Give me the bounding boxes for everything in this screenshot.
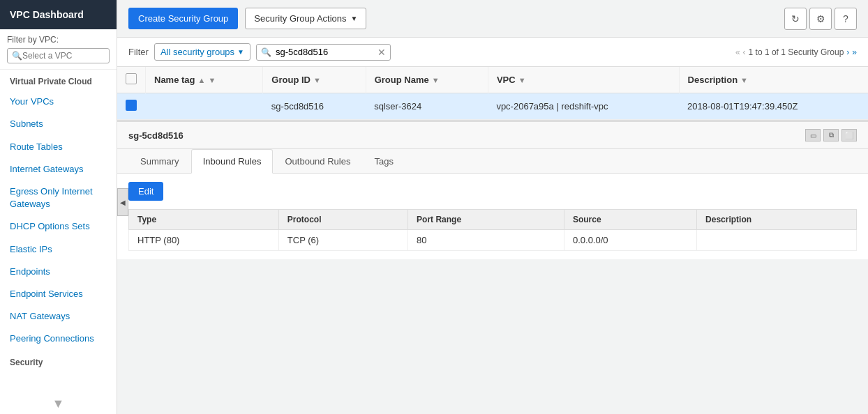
row-checkbox-cell[interactable] [117, 93, 146, 120]
sidebar-item-elastic-ips[interactable]: Elastic IPs [0, 238, 117, 261]
pagination-prev-icon[interactable]: ‹ [743, 47, 746, 57]
actions-label: Security Group Actions [254, 13, 346, 24]
topbar: Create Security Group Security Group Act… [117, 0, 868, 38]
vpc-search-input[interactable] [22, 51, 105, 61]
col-description[interactable]: Description ▼ [679, 67, 868, 93]
inbound-row-description [697, 230, 857, 251]
sidebar-item-your-vpcs[interactable]: Your VPCs [0, 91, 117, 113]
sidebar-item-internet-gateways[interactable]: Internet Gateways [0, 158, 117, 181]
refresh-button[interactable]: ↻ [784, 8, 807, 30]
name-tag-filter-icon[interactable]: ▼ [208, 76, 216, 84]
search-magnifier-icon: 🔍 [261, 47, 271, 57]
tab-tags[interactable]: Tags [362, 149, 405, 174]
sidebar-nav: Your VPCs Subnets Route Tables Internet … [0, 91, 117, 394]
pagination-next-icon[interactable]: › [846, 47, 849, 57]
detail-icon-collapse[interactable]: ⬜ [841, 129, 857, 141]
sidebar-filter-section: Filter by VPC: 🔍 [0, 29, 117, 70]
select-all-checkbox[interactable] [126, 73, 137, 84]
search-input[interactable] [276, 47, 373, 57]
filter-dropdown-value: All security groups [160, 47, 234, 57]
sidebar-scroll-down[interactable]: ▼ [0, 394, 117, 414]
inbound-row-type: HTTP (80) [129, 230, 279, 251]
col-name-tag[interactable]: Name tag ▲ ▼ [146, 67, 263, 93]
sidebar-item-endpoint-services[interactable]: Endpoint Services [0, 283, 117, 305]
help-button[interactable]: ? [835, 8, 857, 30]
detail-icon-expand[interactable]: ▭ [805, 129, 821, 141]
pagination-last-icon[interactable]: » [852, 47, 857, 57]
sidebar-security-header: Security [0, 350, 117, 374]
inbound-row-protocol: TCP (6) [278, 230, 407, 251]
edit-button[interactable]: Edit [128, 182, 163, 201]
tab-summary[interactable]: Summary [128, 149, 191, 174]
pagination-text: 1 to 1 of 1 Security Group [749, 47, 844, 57]
inbound-col-source: Source [564, 210, 696, 230]
tab-inbound-rules[interactable]: Inbound Rules [191, 149, 274, 174]
table-row[interactable]: sg-5cd8d516 sqlser-3624 vpc-2067a95a | r… [117, 93, 868, 120]
filter-bar: Filter All security groups ▼ 🔍 ✕ « ‹ 1 t… [117, 38, 868, 67]
row-vpc: vpc-2067a95a | redshift-vpc [488, 93, 679, 120]
col-group-id-label: Group ID [271, 75, 310, 85]
filter-dropdown-icon: ▼ [237, 48, 244, 56]
col-vpc[interactable]: VPC ▼ [488, 67, 679, 93]
search-clear-icon[interactable]: ✕ [377, 47, 386, 58]
col-group-name[interactable]: Group Name ▼ [366, 67, 488, 93]
refresh-icon: ↻ [791, 13, 800, 24]
filter-text-label: Filter [128, 47, 149, 57]
search-box[interactable]: 🔍 ✕ [256, 44, 391, 61]
row-checkbox[interactable] [126, 100, 137, 111]
inbound-row-port-range: 80 [408, 230, 564, 251]
inbound-col-protocol: Protocol [278, 210, 407, 230]
pagination-info: « ‹ 1 to 1 of 1 Security Group › » [735, 47, 857, 57]
description-filter-icon[interactable]: ▼ [740, 76, 748, 84]
table-select-all-header[interactable] [117, 67, 146, 93]
col-name-tag-label: Name tag [154, 75, 195, 85]
inbound-col-description: Description [697, 210, 857, 230]
group-name-filter-icon[interactable]: ▼ [432, 76, 440, 84]
main-content: Create Security Group Security Group Act… [117, 0, 868, 414]
detail-tabs: Summary Inbound Rules Outbound Rules Tag… [117, 149, 868, 174]
help-icon: ? [843, 13, 848, 24]
sidebar-collapse-handle[interactable]: ◀ [117, 188, 128, 216]
detail-icons: ▭ ⧉ ⬜ [805, 129, 857, 141]
pagination-first-icon[interactable]: « [735, 47, 740, 57]
filter-dropdown[interactable]: All security groups ▼ [154, 43, 250, 61]
col-group-id[interactable]: Group ID ▼ [263, 67, 366, 93]
inbound-rule-row: HTTP (80) TCP (6) 80 0.0.0.0/0 [129, 230, 857, 251]
sidebar-item-subnets[interactable]: Subnets [0, 113, 117, 135]
topbar-left: Create Security Group Security Group Act… [128, 8, 366, 29]
vpc-search-box[interactable]: 🔍 [7, 48, 110, 63]
row-group-id: sg-5cd8d516 [263, 93, 366, 120]
col-description-label: Description [688, 75, 738, 85]
sidebar-item-dhcp-options[interactable]: DHCP Options Sets [0, 215, 117, 238]
inbound-row-source: 0.0.0.0/0 [564, 230, 696, 251]
detail-title: sg-5cd8d516 [128, 130, 184, 141]
security-group-actions-button[interactable]: Security Group Actions ▼ [245, 8, 366, 29]
settings-button[interactable]: ⚙ [809, 8, 832, 30]
security-groups-table: Name tag ▲ ▼ Group ID ▼ [117, 67, 868, 120]
sidebar-section-header: Virtual Private Cloud [0, 70, 117, 91]
settings-icon: ⚙ [816, 13, 825, 24]
filter-by-vpc-label: Filter by VPC: [7, 35, 110, 45]
security-groups-table-container: Name tag ▲ ▼ Group ID ▼ [117, 67, 868, 121]
search-icon: 🔍 [12, 51, 22, 61]
topbar-right: ↻ ⚙ ? [784, 8, 857, 30]
detail-panel: sg-5cd8d516 ▭ ⧉ ⬜ Summary Inbound Rules … [117, 121, 868, 259]
sidebar-item-nat-gateways[interactable]: NAT Gateways [0, 305, 117, 328]
sidebar-item-peering-connections[interactable]: Peering Connections [0, 328, 117, 350]
vpc-filter-icon[interactable]: ▼ [518, 76, 526, 84]
create-security-group-button[interactable]: Create Security Group [128, 8, 238, 29]
group-id-filter-icon[interactable]: ▼ [313, 76, 321, 84]
sidebar-item-egress-gateways[interactable]: Egress Only Internet Gateways [0, 181, 117, 215]
sidebar-title: VPC Dashboard [0, 0, 117, 29]
sidebar-item-route-tables[interactable]: Route Tables [0, 136, 117, 158]
filter-bar-left: Filter All security groups ▼ 🔍 ✕ [128, 43, 391, 61]
dropdown-chevron-icon: ▼ [351, 15, 358, 22]
inbound-col-port-range: Port Range [408, 210, 564, 230]
tab-outbound-rules[interactable]: Outbound Rules [273, 149, 362, 174]
detail-header: sg-5cd8d516 ▭ ⧉ ⬜ [117, 122, 868, 149]
sidebar-item-endpoints[interactable]: Endpoints [0, 261, 117, 283]
row-description: 2018-08-01T19:47:39.450Z [679, 93, 868, 120]
name-tag-sort-icon: ▲ [198, 76, 206, 84]
sidebar: VPC Dashboard Filter by VPC: 🔍 Virtual P… [0, 0, 117, 414]
detail-icon-split[interactable]: ⧉ [823, 129, 839, 141]
